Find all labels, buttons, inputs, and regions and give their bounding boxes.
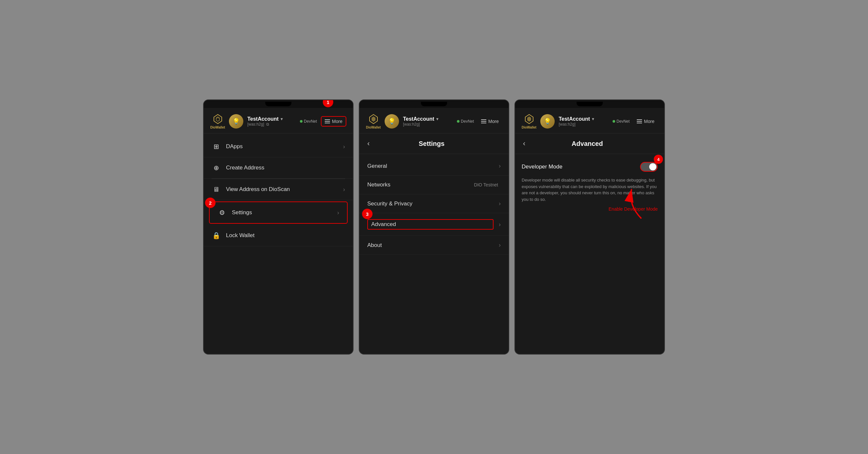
screen-2: DioWallet 💡 TestAccount ▾ [was:h2g] DevN… bbox=[359, 99, 509, 355]
diowallet-logo-2 bbox=[368, 113, 379, 125]
step-badge-2: 2 bbox=[205, 198, 216, 208]
screen-top-bar-3 bbox=[515, 100, 664, 108]
settings-item-advanced[interactable]: Advanced › 3 bbox=[360, 213, 508, 236]
menu-item-view-address[interactable]: 🖥 View Address on DioScan › bbox=[204, 179, 353, 200]
notch-3 bbox=[577, 102, 603, 106]
logo-area-2: DioWallet bbox=[366, 113, 381, 129]
general-label: General bbox=[367, 163, 494, 170]
settings-item-security[interactable]: Security & Privacy › bbox=[360, 194, 508, 213]
developer-mode-row: Developer Mode 4 bbox=[522, 162, 658, 172]
avatar-2: 💡 bbox=[384, 114, 399, 128]
devnet-label-1: DevNet bbox=[304, 119, 317, 124]
account-sub-2: [was:h2g] bbox=[403, 122, 453, 127]
view-address-icon: 🖥 bbox=[212, 185, 221, 194]
settings-item-networks[interactable]: Networks DIO Testnet bbox=[360, 176, 508, 194]
hamburger-icon-1 bbox=[325, 119, 330, 123]
devnet-badge-3: DevNet bbox=[613, 119, 629, 124]
advanced-back-button[interactable]: ‹ bbox=[523, 139, 525, 148]
menu-item-dapps[interactable]: ⊞ DApps › bbox=[204, 136, 353, 157]
svg-marker-6 bbox=[527, 116, 531, 122]
dapps-label: DApps bbox=[226, 143, 338, 150]
create-address-icon: ⊕ bbox=[212, 163, 221, 172]
networks-label: Networks bbox=[367, 182, 469, 188]
advanced-page-header: ‹ Advanced bbox=[515, 133, 664, 154]
account-name-1: TestAccount ▾ bbox=[247, 116, 296, 122]
screens-container: DioWallet 💡 TestAccount ▾ [was:h2g] ⧉ De… bbox=[203, 99, 665, 355]
devnet-dot-2 bbox=[457, 120, 460, 123]
diowallet-logo-3 bbox=[523, 113, 535, 125]
security-label: Security & Privacy bbox=[367, 201, 494, 207]
step-badge-4: 4 bbox=[654, 155, 663, 164]
logo-area-3: DioWallet bbox=[522, 113, 536, 129]
developer-mode-label: Developer Mode bbox=[522, 163, 562, 170]
settings-back-button[interactable]: ‹ bbox=[367, 139, 370, 148]
account-sub-1: [was:h2g] ⧉ bbox=[247, 122, 296, 127]
lock-icon: 🔒 bbox=[212, 231, 221, 240]
settings-chevron: › bbox=[337, 209, 339, 216]
dapps-icon: ⊞ bbox=[212, 142, 221, 151]
devnet-label-3: DevNet bbox=[617, 119, 629, 124]
security-chevron: › bbox=[499, 200, 501, 207]
create-address-label: Create Address bbox=[226, 164, 345, 171]
copy-icon-1: ⧉ bbox=[266, 122, 269, 127]
screen-3: DioWallet 💡 TestAccount ▾ [was:h2g] DevN… bbox=[515, 99, 665, 355]
settings-title: Settings bbox=[373, 140, 490, 148]
toggle-container: 4 bbox=[640, 162, 658, 172]
enable-developer-mode-link[interactable]: Enable Developer Mode bbox=[522, 206, 658, 212]
notch-2 bbox=[421, 102, 447, 106]
avatar-3: 💡 bbox=[540, 114, 555, 128]
logo-text-1: DioWallet bbox=[210, 126, 225, 129]
avatar-1: 💡 bbox=[229, 114, 243, 128]
dapps-chevron: › bbox=[343, 143, 345, 150]
account-name-3: TestAccount ▾ bbox=[559, 116, 609, 122]
settings-icon: ⚙ bbox=[217, 208, 227, 217]
developer-mode-description: Developer mode will disable all security… bbox=[522, 177, 658, 203]
settings-item-general[interactable]: General › bbox=[360, 157, 508, 176]
more-button-3[interactable]: More bbox=[633, 117, 658, 126]
general-chevron: › bbox=[499, 162, 501, 170]
advanced-content: Developer Mode 4 Developer mode will dis… bbox=[515, 154, 664, 219]
advanced-title: Advanced bbox=[529, 140, 645, 148]
devnet-dot-1 bbox=[300, 120, 303, 123]
menu-item-create-address[interactable]: ⊕ Create Address bbox=[204, 157, 353, 179]
advanced-chevron: › bbox=[499, 221, 501, 228]
devnet-badge-2: DevNet bbox=[457, 119, 474, 124]
header-1: DioWallet 💡 TestAccount ▾ [was:h2g] ⧉ De… bbox=[204, 108, 353, 133]
settings-menu-list: General › Networks DIO Testnet Security … bbox=[360, 154, 508, 258]
svg-marker-4 bbox=[372, 116, 375, 122]
account-info-2: TestAccount ▾ [was:h2g] bbox=[403, 116, 453, 127]
diowallet-logo-1 bbox=[212, 113, 224, 125]
networks-value: DIO Testnet bbox=[474, 182, 498, 187]
screen-top-bar-2 bbox=[360, 100, 508, 108]
hamburger-icon-2 bbox=[481, 119, 486, 123]
about-chevron: › bbox=[499, 242, 501, 249]
menu-list-1: ⊞ DApps › ⊕ Create Address 🖥 View Addres… bbox=[204, 133, 353, 249]
hamburger-icon-3 bbox=[637, 119, 642, 123]
menu-item-settings[interactable]: ⚙ Settings › 2 bbox=[209, 202, 348, 224]
account-name-2: TestAccount ▾ bbox=[403, 116, 453, 122]
menu-item-lock-wallet[interactable]: 🔒 Lock Wallet bbox=[204, 225, 353, 246]
more-button-1[interactable]: More bbox=[321, 116, 346, 127]
about-label: About bbox=[367, 242, 494, 249]
logo-area-1: DioWallet bbox=[210, 113, 225, 129]
logo-text-2: DioWallet bbox=[366, 126, 381, 129]
account-chevron-1: ▾ bbox=[281, 117, 283, 121]
settings-label: Settings bbox=[232, 209, 332, 216]
logo-text-3: DioWallet bbox=[522, 126, 536, 129]
devnet-dot-3 bbox=[613, 120, 615, 123]
settings-item-about[interactable]: About › bbox=[360, 236, 508, 255]
lock-wallet-label: Lock Wallet bbox=[226, 232, 345, 239]
view-address-chevron: › bbox=[343, 186, 345, 193]
settings-page-header: ‹ Settings bbox=[360, 133, 508, 154]
account-sub-3: [was:h2g] bbox=[559, 122, 609, 127]
devnet-badge-1: DevNet bbox=[300, 119, 317, 124]
notch-1 bbox=[265, 102, 291, 106]
header-3: DioWallet 💡 TestAccount ▾ [was:h2g] DevN… bbox=[515, 108, 664, 133]
developer-mode-toggle[interactable] bbox=[640, 162, 658, 172]
screen-1: DioWallet 💡 TestAccount ▾ [was:h2g] ⧉ De… bbox=[203, 99, 353, 355]
step-badge-3: 3 bbox=[362, 209, 373, 219]
more-button-2[interactable]: More bbox=[478, 117, 502, 126]
view-address-label: View Address on DioScan bbox=[226, 186, 338, 193]
devnet-label-2: DevNet bbox=[461, 119, 474, 124]
toggle-knob bbox=[649, 163, 656, 171]
